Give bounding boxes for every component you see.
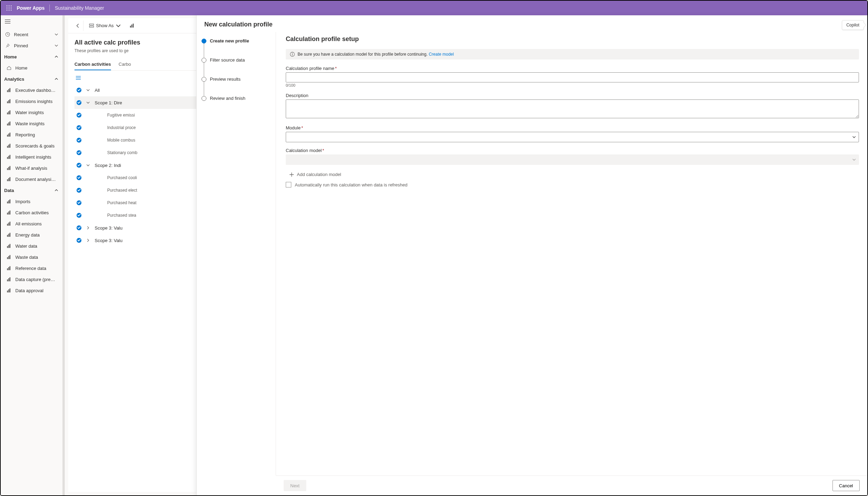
svg-rect-45 bbox=[10, 211, 10, 215]
chart-icon-button[interactable] bbox=[126, 21, 137, 31]
nav-group-home[interactable]: Home bbox=[1, 51, 62, 62]
svg-point-76 bbox=[292, 53, 293, 54]
svg-rect-17 bbox=[8, 100, 9, 103]
nav-item[interactable]: Energy data bbox=[1, 229, 62, 240]
nav-item[interactable]: Data capture (pre… bbox=[1, 274, 62, 285]
wizard-steps: Create new profile Filter source data Pr… bbox=[197, 32, 276, 475]
svg-point-4 bbox=[9, 8, 10, 9]
nav-item-icon bbox=[6, 143, 13, 148]
add-calculation-model-button[interactable]: Add calculation model bbox=[289, 172, 341, 177]
chevron-down-icon bbox=[55, 32, 58, 37]
svg-rect-30 bbox=[10, 144, 10, 148]
nav-item[interactable]: Waste data bbox=[1, 251, 62, 263]
chevron-icon[interactable] bbox=[86, 226, 90, 230]
nav-item[interactable]: Document analysi… bbox=[1, 174, 62, 185]
nav-home[interactable]: Home bbox=[1, 62, 62, 73]
nav-item-label: Pinned bbox=[14, 43, 55, 48]
create-model-link[interactable]: Create model bbox=[429, 52, 454, 57]
nav-group-label: Data bbox=[4, 188, 55, 193]
nav-item-icon bbox=[6, 266, 13, 271]
nav-group-data[interactable]: Data bbox=[1, 185, 62, 196]
svg-rect-14 bbox=[8, 89, 9, 92]
nav-pinned[interactable]: Pinned bbox=[1, 40, 62, 51]
autorun-checkbox[interactable]: Automatically run this calculation when … bbox=[286, 182, 859, 187]
nav-item[interactable]: Water data bbox=[1, 240, 62, 251]
svg-rect-36 bbox=[10, 166, 10, 170]
back-button[interactable] bbox=[72, 21, 84, 31]
nav-item[interactable]: Waste insights bbox=[1, 118, 62, 129]
cancel-button[interactable]: Cancel bbox=[833, 480, 860, 491]
svg-rect-54 bbox=[10, 244, 10, 248]
nav-item-label: Recent bbox=[14, 32, 55, 37]
step-preview[interactable]: Preview results bbox=[199, 77, 270, 82]
calculation-model-select[interactable] bbox=[286, 154, 859, 165]
copilot-chip[interactable]: Copilot bbox=[842, 20, 864, 30]
nav-item[interactable]: Emissions insights bbox=[1, 96, 62, 107]
header-divider bbox=[49, 5, 50, 11]
row-label: Purchased cooli bbox=[107, 175, 137, 180]
nav-item[interactable]: Intelligent insights bbox=[1, 151, 62, 162]
nav-item[interactable]: Water insights bbox=[1, 107, 62, 118]
svg-rect-40 bbox=[7, 202, 8, 203]
brand-label: Power Apps bbox=[17, 5, 45, 11]
check-icon bbox=[77, 188, 81, 193]
next-button[interactable]: Next bbox=[284, 480, 306, 491]
step-create[interactable]: Create new profile bbox=[199, 38, 270, 43]
nav-item-icon bbox=[6, 132, 13, 137]
nav-item-label: Home bbox=[15, 65, 58, 71]
info-icon bbox=[290, 52, 295, 57]
sidebar-collapse-icon[interactable] bbox=[1, 15, 62, 29]
nav-item-label: Reference data bbox=[15, 266, 58, 271]
step-review[interactable]: Review and finish bbox=[199, 96, 270, 101]
chevron-down-icon[interactable] bbox=[86, 88, 90, 92]
svg-rect-71 bbox=[133, 23, 133, 27]
nav-item-label: Waste insights bbox=[15, 121, 58, 126]
profile-name-input[interactable] bbox=[286, 72, 859, 82]
svg-rect-73 bbox=[76, 78, 81, 78]
svg-rect-37 bbox=[7, 179, 8, 181]
svg-rect-60 bbox=[10, 266, 10, 270]
svg-rect-48 bbox=[10, 222, 10, 226]
chevron-icon[interactable] bbox=[86, 239, 90, 242]
nav-item-label: Document analysi… bbox=[15, 177, 58, 182]
nav-item[interactable]: All emissions bbox=[1, 218, 62, 229]
nav-item[interactable]: Reporting bbox=[1, 129, 62, 140]
svg-rect-67 bbox=[89, 24, 94, 25]
nav-item[interactable]: Imports bbox=[1, 196, 62, 207]
svg-rect-74 bbox=[76, 79, 81, 80]
svg-rect-52 bbox=[7, 246, 8, 248]
step-filter[interactable]: Filter source data bbox=[199, 57, 270, 63]
nav-item[interactable]: Reference data bbox=[1, 263, 62, 274]
nav-item[interactable]: Carbon activities bbox=[1, 207, 62, 218]
clock-icon bbox=[4, 32, 11, 37]
svg-rect-59 bbox=[8, 267, 9, 270]
panel-footer: Next Cancel bbox=[276, 475, 867, 495]
nav-item-icon bbox=[6, 177, 13, 182]
svg-rect-70 bbox=[131, 24, 132, 27]
svg-rect-50 bbox=[8, 234, 9, 237]
app-launcher-icon[interactable] bbox=[3, 2, 15, 14]
chevron-icon[interactable] bbox=[86, 101, 90, 104]
row-label: Stationary comb bbox=[107, 150, 137, 155]
nav-item-label: Reporting bbox=[15, 132, 58, 137]
nav-item[interactable]: Executive dashbo… bbox=[1, 85, 62, 96]
nav-group-analytics[interactable]: Analytics bbox=[1, 73, 62, 85]
module-select[interactable] bbox=[286, 132, 859, 142]
check-icon bbox=[77, 213, 81, 218]
nav-item-label: Water data bbox=[15, 243, 58, 249]
chevron-icon[interactable] bbox=[86, 163, 90, 167]
info-banner: Be sure you have a calculation model for… bbox=[286, 49, 859, 59]
nav-item[interactable]: What-if analysis bbox=[1, 162, 62, 174]
tab-carbon-activities[interactable]: Carbon activities bbox=[74, 59, 111, 70]
nav-item[interactable]: Scorecards & goals bbox=[1, 140, 62, 151]
nav-item[interactable]: Data approval bbox=[1, 285, 62, 296]
check-icon bbox=[77, 175, 81, 180]
description-input[interactable] bbox=[286, 99, 859, 118]
svg-rect-15 bbox=[10, 88, 10, 92]
new-profile-panel: New calculation profile Create new profi… bbox=[196, 15, 867, 495]
tab-carbon-2[interactable]: Carbo bbox=[119, 59, 131, 70]
svg-rect-23 bbox=[8, 122, 9, 125]
nav-recent[interactable]: Recent bbox=[1, 29, 62, 40]
show-as-button[interactable]: Show As bbox=[86, 21, 124, 31]
step-label: Review and finish bbox=[210, 96, 245, 101]
